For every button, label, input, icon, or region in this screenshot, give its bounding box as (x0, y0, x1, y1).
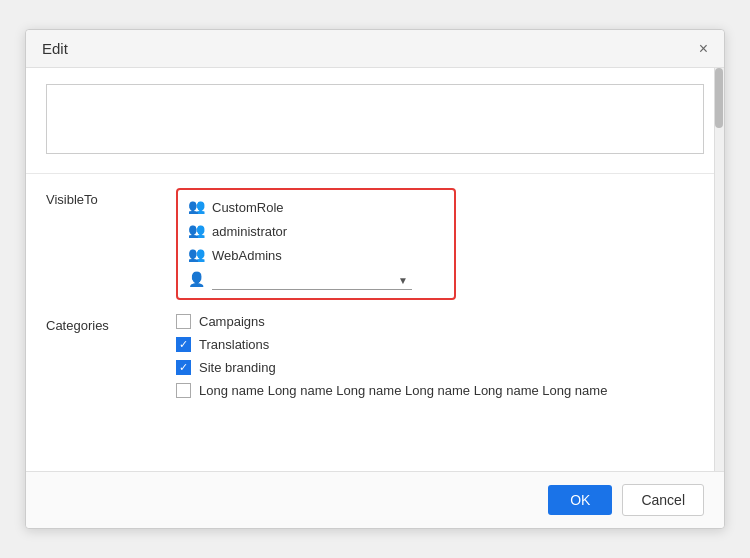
top-section (26, 68, 724, 174)
role-item-customrole: 👥 CustomRole (188, 198, 444, 216)
top-textarea[interactable] (46, 84, 704, 154)
visible-to-label: VisibleTo (46, 188, 176, 207)
close-button[interactable]: × (699, 41, 708, 57)
role-name-customrole: CustomRole (212, 200, 284, 215)
categories-content: Campaigns Translations Site branding (176, 314, 704, 398)
dialog-header: Edit × (26, 30, 724, 68)
category-translations-label: Translations (199, 337, 269, 352)
form-section: VisibleTo 👥 CustomRole 👥 administrator (26, 174, 724, 426)
category-translations[interactable]: Translations (176, 337, 704, 352)
dialog-footer: OK Cancel (26, 471, 724, 528)
role-name-webadmins: WebAdmins (212, 248, 282, 263)
category-long-name-label: Long name Long name Long name Long name … (199, 383, 607, 398)
categories-list: Campaigns Translations Site branding (176, 314, 704, 398)
ok-button[interactable]: OK (548, 485, 612, 515)
category-campaigns[interactable]: Campaigns (176, 314, 704, 329)
dialog-body: VisibleTo 👥 CustomRole 👥 administrator (26, 68, 724, 471)
dialog-title: Edit (42, 40, 68, 57)
category-site-branding[interactable]: Site branding (176, 360, 704, 375)
visible-to-content: 👥 CustomRole 👥 administrator 👥 WebAdmins (176, 188, 704, 300)
people-icon-webadmins: 👥 (188, 246, 206, 264)
role-item-administrator: 👥 administrator (188, 222, 444, 240)
scrollbar-thumb (715, 68, 723, 128)
dialog-inner: VisibleTo 👥 CustomRole 👥 administrator (26, 68, 724, 471)
people-icon-administrator: 👥 (188, 222, 206, 240)
scrollbar[interactable] (714, 68, 724, 471)
visible-to-box: 👥 CustomRole 👥 administrator 👥 WebAdmins (176, 188, 456, 300)
category-site-branding-label: Site branding (199, 360, 276, 375)
role-dropdown-row: 👤 ▼ (188, 270, 444, 290)
visible-to-row: VisibleTo 👥 CustomRole 👥 administrator (46, 188, 704, 300)
checkbox-translations[interactable] (176, 337, 191, 352)
role-name-administrator: administrator (212, 224, 287, 239)
people-icon-dropdown: 👤 (188, 271, 206, 289)
checkbox-campaigns[interactable] (176, 314, 191, 329)
role-select[interactable] (212, 270, 412, 290)
categories-row: Categories Campaigns Translations (46, 314, 704, 398)
checkbox-site-branding[interactable] (176, 360, 191, 375)
role-item-webadmins: 👥 WebAdmins (188, 246, 444, 264)
categories-label: Categories (46, 314, 176, 333)
checkbox-long-name[interactable] (176, 383, 191, 398)
cancel-button[interactable]: Cancel (622, 484, 704, 516)
category-campaigns-label: Campaigns (199, 314, 265, 329)
category-long-name[interactable]: Long name Long name Long name Long name … (176, 383, 704, 398)
dropdown-wrapper: ▼ (212, 270, 412, 290)
edit-dialog: Edit × VisibleTo 👥 CustomRole (25, 29, 725, 529)
people-icon-customrole: 👥 (188, 198, 206, 216)
